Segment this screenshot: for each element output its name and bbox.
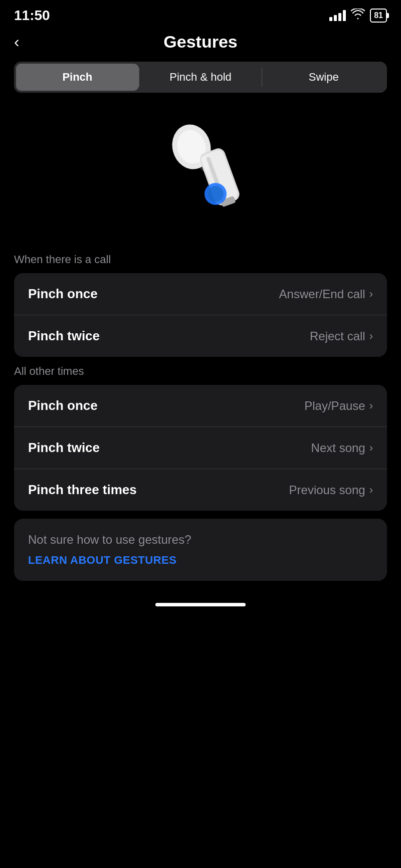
wifi-icon — [351, 9, 365, 23]
pinch-three-row[interactable]: Pinch three times Previous song › — [14, 469, 387, 511]
chevron-icon: › — [369, 330, 373, 343]
learn-gestures-link[interactable]: LEARN ABOUT GESTURES — [28, 554, 373, 567]
header: ‹ Gestures — [0, 27, 401, 62]
chevron-icon: › — [369, 288, 373, 301]
other-section: All other times Pinch once Play/Pause › … — [0, 365, 401, 511]
svg-point-7 — [208, 186, 224, 202]
pinch-twice-call-row[interactable]: Pinch twice Reject call › — [14, 315, 387, 357]
chevron-icon: › — [369, 484, 373, 497]
back-button[interactable]: ‹ — [14, 33, 20, 51]
chevron-icon: › — [369, 399, 373, 412]
play-pause-value: Play/Pause › — [304, 399, 373, 413]
pinch-three-label: Pinch three times — [28, 482, 137, 498]
home-bar — [155, 603, 246, 606]
pinch-twice-other-row[interactable]: Pinch twice Next song › — [14, 426, 387, 469]
other-card: Pinch once Play/Pause › Pinch twice Next… — [14, 385, 387, 511]
call-card: Pinch once Answer/End call › Pinch twice… — [14, 273, 387, 357]
signal-icon — [329, 10, 346, 21]
pinch-once-other-row[interactable]: Pinch once Play/Pause › — [14, 385, 387, 426]
tab-pinch[interactable]: Pinch — [16, 64, 139, 91]
help-card: Not sure how to use gestures? LEARN ABOU… — [14, 519, 387, 581]
reject-call-value: Reject call › — [310, 329, 373, 343]
page-title: Gestures — [163, 32, 237, 52]
answer-end-call-value: Answer/End call › — [279, 287, 373, 301]
help-text: Not sure how to use gestures? — [28, 533, 373, 547]
battery-icon: 81 — [370, 9, 387, 23]
status-icons: 81 — [329, 9, 387, 23]
battery-level: 81 — [374, 11, 383, 20]
pinch-once-other-label: Pinch once — [28, 398, 98, 413]
tab-pinch-hold[interactable]: Pinch & hold — [139, 64, 262, 91]
chevron-icon: › — [369, 442, 373, 455]
other-section-label: All other times — [0, 365, 401, 378]
earbud-illustration — [150, 108, 251, 238]
previous-song-value: Previous song › — [289, 483, 373, 497]
pinch-once-call-row[interactable]: Pinch once Answer/End call › — [14, 273, 387, 315]
pinch-twice-call-label: Pinch twice — [28, 328, 100, 344]
status-time: 11:50 — [14, 8, 50, 24]
tab-swipe[interactable]: Swipe — [262, 64, 385, 91]
earbud-image — [0, 93, 401, 253]
pinch-twice-other-label: Pinch twice — [28, 440, 100, 456]
home-indicator — [0, 595, 401, 611]
tabs-container: Pinch Pinch & hold Swipe — [14, 62, 387, 93]
pinch-once-call-label: Pinch once — [28, 286, 98, 302]
call-section-label: When there is a call — [0, 253, 401, 266]
status-bar: 11:50 81 — [0, 0, 401, 27]
call-section: When there is a call Pinch once Answer/E… — [0, 253, 401, 357]
next-song-value: Next song › — [311, 441, 373, 455]
